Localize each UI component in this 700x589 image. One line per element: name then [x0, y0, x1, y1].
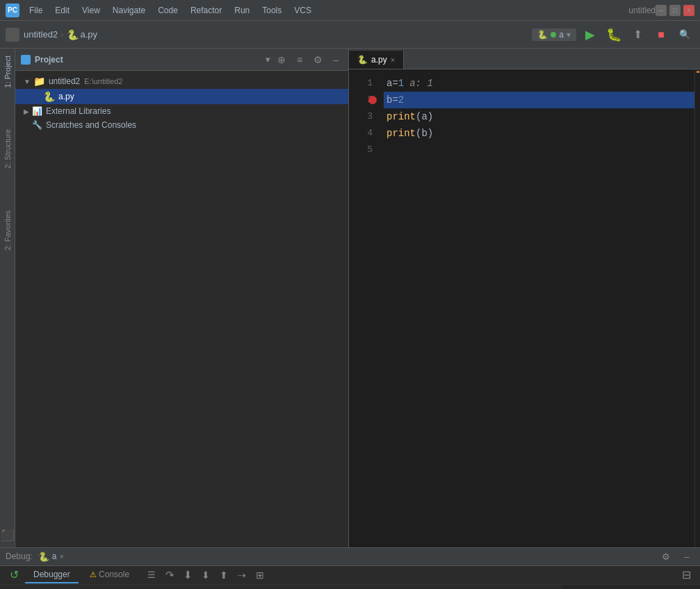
menu-view[interactable]: View [76, 4, 106, 17]
run-config-dropdown-icon[interactable]: ▾ [567, 30, 571, 40]
editor-content: 1 2 3 4 5 a=1 a: 1 b=2 [349, 69, 700, 547]
tree-root[interactable]: ▼ 📁 untitled2 E:\untitled2 [15, 74, 348, 89]
project-panel-icon [21, 55, 31, 65]
project-add-button[interactable]: ⊕ [275, 53, 288, 67]
file-apy-label: a.py [58, 92, 74, 101]
sidebar-tab-icons[interactable]: ⬛ [1, 523, 15, 547]
project-icon [6, 28, 19, 42]
frames-header [562, 585, 700, 589]
debug-content: ▶ ⏸ ↑ ↓ + ▾≡ Variables ▶ 01 a = {int} 1 [0, 585, 700, 589]
code-editor[interactable]: a=1 a: 1 b=2 print(a) [377, 69, 694, 547]
debug-step-into[interactable]: ⬇ [179, 567, 196, 583]
restore-button[interactable]: □ [669, 5, 681, 16]
debug-settings-button[interactable]: ⚙ [658, 549, 674, 564]
root-folder-path: E:\untitled2 [84, 77, 122, 85]
stop-button[interactable]: ■ [651, 25, 671, 44]
tab-filename: a.py [371, 55, 387, 65]
tree-scratches[interactable]: ▶ 🔧 Scratches and Consoles [15, 118, 348, 132]
breadcrumb-project[interactable]: untitled2 [24, 29, 58, 40]
editor-panel: 🐍 a.py × 1 2 3 4 5 a=1 a: 1 [349, 49, 700, 547]
editor-tab-bar: 🐍 a.py × [349, 49, 700, 69]
project-panel-title: Project [35, 55, 261, 65]
debug-panel: Debug: 🐍 a × ⚙ – ↺ Debugger ⚠ Console ☰ … [0, 547, 700, 589]
tree-arrow-extlibs: ▶ [24, 108, 29, 115]
menu-run[interactable]: Run [229, 4, 255, 17]
sidebar-tab-structure[interactable]: 2: Structure [1, 122, 14, 176]
toolbar-actions: ▶ 🐛 ⬆ ■ 🔍 [580, 25, 694, 44]
debug-label: Debug: [6, 551, 33, 561]
debug-minimize-button[interactable]: – [679, 549, 694, 564]
debug-step-over[interactable]: ↷ [161, 567, 178, 583]
project-dropdown-icon[interactable]: ▾ [266, 54, 270, 65]
editor-tab-apy[interactable]: 🐍 a.py × [349, 51, 404, 69]
gutter-mark-1 [697, 71, 699, 73]
inline-hint-1: a: 1 [409, 75, 433, 92]
menu-vcs[interactable]: VCS [288, 4, 317, 17]
project-panel-header: Project ▾ ⊕ ≡ ⚙ – [15, 49, 348, 71]
menu-tools[interactable]: Tools [257, 4, 287, 17]
frames-panel [561, 585, 700, 589]
python-file-icon: 🐍 [67, 29, 79, 40]
debug-show-frames[interactable]: ☰ [143, 567, 160, 583]
breakpoint-2[interactable] [368, 96, 377, 104]
variables-panel: ▾≡ Variables ▶ 01 a = {int} 1 ▶ ⚏ Specia… [31, 585, 561, 589]
project-settings-button[interactable]: ⚙ [311, 53, 325, 67]
window-controls: – □ × [656, 5, 694, 16]
run-status-dot [551, 32, 556, 38]
menu-file[interactable]: File [24, 4, 48, 17]
code-text-4: print(b) [386, 125, 433, 142]
minimize-button[interactable]: – [656, 5, 667, 16]
debug-tab-debugger[interactable]: Debugger [25, 567, 79, 583]
code-text-2: b=2 [386, 92, 404, 108]
tab-close-button[interactable]: × [391, 56, 395, 64]
debug-settings-panel[interactable]: ⊟ [678, 567, 694, 583]
project-tree: ▼ 📁 untitled2 E:\untitled2 ▶ 🐍 a.py ▶ 📊 … [15, 71, 348, 547]
line-num-4: 4 [349, 125, 373, 142]
coverage-button[interactable]: ⬆ [628, 25, 647, 44]
run-button[interactable]: ▶ [580, 25, 600, 44]
breadcrumb-file[interactable]: 🐍 a.py [67, 29, 98, 40]
tree-file-apy[interactable]: ▶ 🐍 a.py [15, 89, 348, 104]
main-toolbar: untitled2 › 🐍 a.py 🐍 a ▾ ▶ 🐛 ⬆ ■ 🔍 [0, 21, 700, 49]
project-collapse-button[interactable]: ≡ [293, 53, 307, 67]
debug-session-icon: 🐍 [38, 551, 49, 562]
search-everywhere-button[interactable]: 🔍 [675, 25, 694, 44]
code-line-1: a=1 a: 1 [384, 75, 694, 92]
scratches-label: Scratches and Consoles [46, 120, 136, 130]
debug-button[interactable]: 🐛 [604, 25, 624, 44]
debug-step-out[interactable]: ⬆ [215, 567, 232, 583]
debug-tab-console[interactable]: ⚠ Console [81, 567, 138, 583]
code-line-5 [384, 142, 694, 158]
line-num-3: 3 [349, 108, 373, 125]
main-area: 1: Project 2: Structure 2: Favorites ⬛ P… [0, 49, 700, 547]
menu-edit[interactable]: Edit [49, 4, 75, 17]
debug-step-into-my[interactable]: ⬇ [197, 567, 214, 583]
menu-navigate[interactable]: Navigate [107, 4, 151, 17]
sidebar-tab-project[interactable]: 1: Project [1, 49, 14, 94]
menu-code[interactable]: Code [152, 4, 184, 17]
scratches-icon: 🔧 [32, 120, 42, 130]
debug-left-tools: ▶ ⏸ ↑ ↓ + [0, 585, 31, 589]
app-logo: PC [6, 3, 19, 17]
breadcrumb-separator: › [60, 29, 63, 40]
debug-session-close[interactable]: × [59, 552, 63, 561]
menu-refactor[interactable]: Refactor [185, 4, 227, 17]
project-minimize-button[interactable]: – [329, 53, 343, 67]
sidebar-tab-favorites[interactable]: 2: Favorites [1, 204, 14, 257]
debug-restart-button[interactable]: ↺ [6, 567, 22, 583]
code-text-1: a=1 [386, 75, 404, 92]
code-line-2: b=2 [384, 92, 694, 108]
debug-run-cursor[interactable]: ⇢ [234, 567, 250, 583]
breadcrumb: untitled2 › 🐍 a.py [24, 29, 97, 40]
ext-libs-label: External Libraries [46, 106, 111, 116]
run-configuration[interactable]: 🐍 a ▾ [532, 28, 576, 41]
line-num-1: 1 [349, 75, 373, 92]
debug-toolbar: ↺ Debugger ⚠ Console ☰ ↷ ⬇ ⬇ ⬆ ⇢ ⊞ ⊟ [0, 566, 700, 585]
window-title: untitled [628, 6, 656, 15]
project-panel: Project ▾ ⊕ ≡ ⚙ – ▼ 📁 untitled2 E:\untit… [15, 49, 349, 547]
debug-eval[interactable]: ⊞ [252, 567, 268, 583]
close-button[interactable]: × [683, 5, 694, 16]
titlebar: PC File Edit View Navigate Code Refactor… [0, 0, 700, 21]
tree-ext-libs[interactable]: ▶ 📊 External Libraries [15, 104, 348, 118]
libs-icon: 📊 [32, 106, 42, 116]
